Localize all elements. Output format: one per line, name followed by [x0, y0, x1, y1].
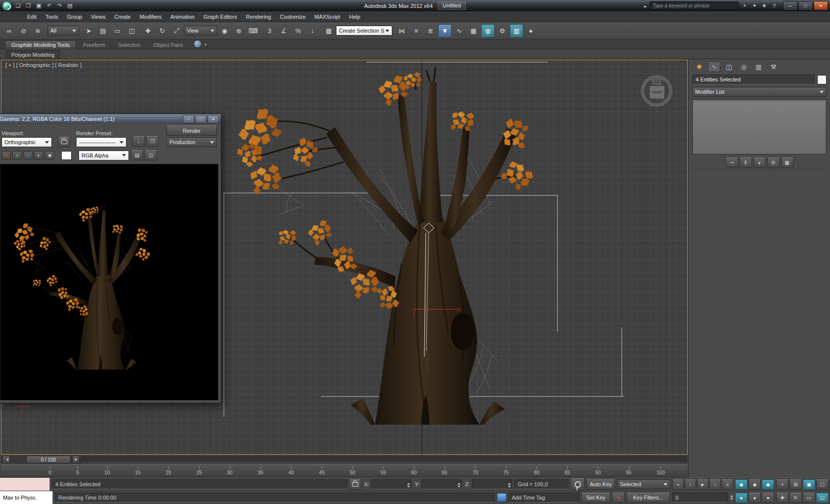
tree-model[interactable] [233, 66, 539, 425]
select-and-move-icon[interactable]: ✚ [141, 24, 155, 38]
frame-spinner-icon[interactable] [730, 494, 733, 502]
close-button[interactable]: ✕ [814, 1, 828, 10]
select-and-scale-icon[interactable]: ⤢ [170, 24, 183, 38]
configure-modifier-sets-button[interactable]: ▦ [781, 157, 793, 168]
keyboard-override-icon[interactable]: ⌨ [247, 24, 260, 38]
remove-modifier-button[interactable]: ⊖ [767, 157, 780, 168]
key-mode-dropdown[interactable]: Selected [617, 479, 670, 489]
rendered-frame-window-icon[interactable]: ▥ [510, 24, 523, 38]
object-color-swatch[interactable] [817, 75, 827, 84]
viewcube-top-face[interactable]: TOP [652, 79, 662, 85]
pan-view-button[interactable]: ✚ [776, 493, 788, 503]
default-in-out-tangents-button[interactable]: ∿ [612, 493, 624, 503]
time-tag-icon[interactable] [497, 493, 506, 502]
render-preset-dropdown[interactable]: -------------------- [76, 137, 126, 147]
y-coordinate-field[interactable] [421, 479, 462, 489]
render-mode-dropdown[interactable]: Production [166, 137, 217, 147]
tab-graphite-modeling-tools[interactable]: Graphite Modeling Tools [5, 40, 76, 49]
rendered-image-area[interactable] [0, 164, 218, 400]
menu-modifiers[interactable]: Modifiers [135, 12, 166, 21]
y-spinner-icon[interactable] [457, 481, 460, 489]
select-and-link-icon[interactable]: ∞ [2, 24, 16, 38]
selection-lock-toggle[interactable] [349, 479, 361, 490]
ribbon-options-icon[interactable] [194, 40, 202, 48]
percent-snap-icon[interactable]: % [291, 24, 305, 38]
snap-toggle-3d-icon[interactable]: 3 [263, 24, 276, 38]
zoom-extents-all-button[interactable]: ▢ [816, 479, 829, 490]
toolbar-overflow-icon[interactable]: ▸ [643, 3, 648, 9]
display-tab-icon[interactable]: ▥ [752, 61, 765, 72]
color-clipboard-icon[interactable]: ▤ [131, 150, 143, 160]
help-icon[interactable]: ? [770, 1, 779, 10]
red-channel-icon[interactable]: ● [1, 151, 11, 160]
render-setup-icon[interactable]: ⚙ [496, 24, 509, 38]
z-spinner-icon[interactable] [508, 481, 511, 489]
channels-icon[interactable]: ◫ [145, 150, 157, 160]
angle-snap-icon[interactable]: ∠ [277, 24, 290, 38]
menu-maxscript[interactable]: MAXScript [310, 12, 345, 21]
create-tab-icon[interactable]: ✱ [693, 61, 706, 72]
render-viewport-dropdown[interactable]: Orthographic [1, 137, 52, 147]
maxscript-mini-listener-pink[interactable] [0, 478, 50, 491]
maxscript-mini-listener-output[interactable]: Max to Physc. [0, 491, 53, 504]
auto-key-button[interactable]: Auto Key [586, 479, 615, 490]
background-color-swatch[interactable] [61, 151, 72, 160]
render-button[interactable]: Render [166, 125, 217, 136]
project-folder-icon[interactable]: ▤ [65, 1, 75, 10]
modifier-stack[interactable] [692, 99, 827, 155]
open-file-icon[interactable]: ❐ [24, 1, 33, 10]
key-filters-button[interactable]: Key Filters... [626, 493, 670, 503]
channel-display-dropdown[interactable]: RGB Alpha [79, 151, 129, 160]
graphite-ribbon-toggle-icon[interactable]: ▼ [438, 24, 452, 38]
edit-named-selection-sets-icon[interactable]: ▦ [322, 24, 335, 38]
render-window-maximize-button[interactable]: □ [195, 115, 207, 123]
current-frame-field[interactable]: 0 [672, 493, 728, 503]
menu-tools[interactable]: Tools [41, 12, 63, 21]
pin-stack-button[interactable]: ⊸ [726, 157, 738, 168]
rotation-track-toggle[interactable]: ● [748, 493, 761, 503]
alpha-channel-icon[interactable]: ◐ [34, 151, 43, 160]
select-object-icon[interactable]: ➤ [82, 24, 95, 38]
tab-object-paint[interactable]: Object Paint [147, 41, 189, 49]
add-time-tag-field[interactable]: Add Time Tag [508, 493, 580, 503]
layer-manager-icon[interactable]: ≣ [424, 24, 437, 38]
timeline-ruler[interactable]: 0510152025303540455055606570758085909510… [1, 464, 688, 477]
redo-icon[interactable]: ↷ [55, 1, 64, 10]
previous-frame-button[interactable]: ‹ [685, 479, 696, 490]
motion-tab-icon[interactable]: ◎ [738, 61, 750, 72]
zoom-extents-button[interactable]: ▣ [803, 479, 815, 490]
selection-filter-dropdown[interactable]: All [47, 26, 79, 36]
zoom-all-button[interactable]: ⊞ [789, 479, 802, 490]
spinner-snap-icon[interactable]: ↕ [306, 24, 319, 38]
viewcube-front-face[interactable]: FRONT [650, 86, 664, 99]
make-unique-button[interactable]: ∨ [753, 157, 766, 168]
rectangular-selection-region-icon[interactable]: ▭ [111, 24, 124, 38]
infocenter-search-input[interactable] [650, 1, 739, 10]
utilities-tab-icon[interactable]: ⚒ [767, 61, 780, 72]
render-window-minimize-button[interactable]: ─ [183, 115, 194, 123]
set-keys-button[interactable] [571, 478, 584, 490]
next-frame-button[interactable]: › [709, 479, 721, 490]
panel-polygon-modeling[interactable]: Polygon Modeling [6, 50, 60, 59]
window-crossing-toggle-icon[interactable]: ◫ [125, 24, 138, 38]
rendered-frame-window[interactable]: Gamma: 2,2, RGBA Color 16 Bits/Channel (… [0, 114, 221, 403]
new-file-icon[interactable]: ❏ [13, 1, 23, 10]
favorites-star-icon[interactable]: ★ [760, 1, 769, 10]
menu-help[interactable]: Help [345, 12, 365, 21]
material-editor-icon[interactable]: ◍ [481, 24, 495, 38]
named-selection-sets-dropdown[interactable]: Create Selection Se [336, 26, 392, 36]
menu-group[interactable]: Group [63, 12, 87, 21]
show-end-result-button[interactable]: ‖ [740, 157, 752, 168]
minimize-button[interactable]: ─ [783, 1, 797, 10]
maximize-button[interactable]: □ [798, 1, 813, 10]
maximize-viewport-toggle-button[interactable]: ◱ [816, 493, 829, 503]
use-pivot-center-icon[interactable]: ◉ [218, 24, 231, 38]
render-window-title-bar[interactable]: Gamma: 2,2, RGBA Color 16 Bits/Channel (… [0, 114, 221, 124]
curve-editor-icon[interactable]: ∿ [453, 24, 466, 38]
key-entry-position-button[interactable]: ◆ [735, 479, 747, 490]
render-window-close-button[interactable]: ✕ [208, 115, 219, 123]
hierarchy-tab-icon[interactable]: ◫ [723, 61, 735, 72]
monochrome-icon[interactable]: ■ [45, 151, 54, 160]
play-animation-button[interactable]: ► [697, 479, 708, 490]
render-production-icon[interactable]: ● [524, 24, 538, 38]
